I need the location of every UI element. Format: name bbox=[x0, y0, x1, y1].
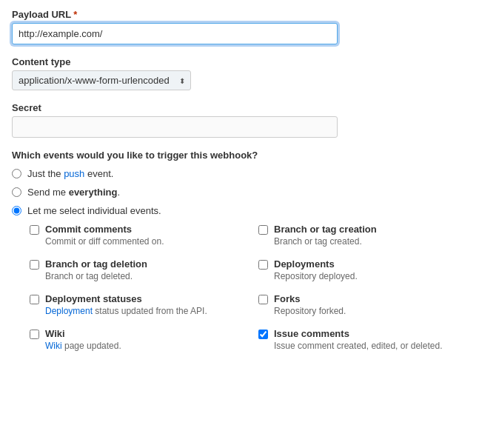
events-question: Which events would you like to trigger t… bbox=[12, 150, 487, 161]
event-deployment-statuses: Deployment statuses Deployment status up… bbox=[30, 293, 258, 316]
checkbox-branch-tag-creation[interactable] bbox=[258, 225, 268, 235]
radio-push-label: Just the push event. bbox=[27, 168, 113, 179]
radio-everything[interactable] bbox=[12, 187, 21, 197]
event-issue-comments: Issue comments Issue comment created, ed… bbox=[258, 328, 487, 351]
event-wiki-title: Wiki bbox=[45, 328, 121, 339]
radio-push[interactable] bbox=[12, 169, 21, 178]
radio-individual-label: Let me select individual events. bbox=[27, 205, 161, 216]
payload-url-section: Payload URL * bbox=[12, 9, 487, 44]
event-branch-tag-creation-title: Branch or tag creation bbox=[274, 224, 377, 235]
radio-individual[interactable] bbox=[12, 206, 21, 215]
individual-events-grid: Commit comments Commit or diff commented… bbox=[30, 224, 487, 363]
event-commit-comments: Commit comments Commit or diff commented… bbox=[30, 224, 258, 247]
radio-push-option[interactable]: Just the push event. bbox=[12, 168, 487, 179]
event-deployment-statuses-title: Deployment statuses bbox=[45, 293, 207, 304]
event-wiki: Wiki Wiki page updated. bbox=[30, 328, 258, 351]
checkbox-issue-comments[interactable] bbox=[258, 330, 268, 339]
event-branch-tag-deletion-title: Branch or tag deletion bbox=[45, 258, 147, 270]
event-deployments-title: Deployments bbox=[274, 258, 358, 270]
payload-url-label-text: Payload URL bbox=[12, 9, 71, 20]
secret-section: Secret bbox=[12, 102, 487, 138]
content-type-label-text: Content type bbox=[12, 56, 70, 67]
checkbox-commit-comments[interactable] bbox=[30, 225, 39, 235]
secret-label: Secret bbox=[12, 102, 487, 113]
payload-url-input[interactable] bbox=[12, 23, 338, 44]
checkbox-deployment-statuses[interactable] bbox=[30, 295, 39, 304]
event-branch-tag-creation: Branch or tag creation Branch or tag cre… bbox=[258, 224, 487, 247]
radio-everything-option[interactable]: Send me everything. bbox=[12, 187, 487, 198]
event-branch-tag-creation-desc: Branch or tag created. bbox=[274, 236, 377, 247]
checkbox-wiki[interactable] bbox=[30, 330, 39, 339]
required-star: * bbox=[73, 9, 77, 20]
checkbox-branch-tag-deletion[interactable] bbox=[30, 260, 39, 270]
event-deployments-desc: Repository deployed. bbox=[274, 271, 358, 281]
everything-bold: everything bbox=[69, 187, 118, 198]
push-link: push bbox=[64, 168, 84, 179]
event-commit-comments-desc: Commit or diff commented on. bbox=[45, 236, 164, 247]
content-type-label: Content type bbox=[12, 56, 487, 67]
event-forks-title: Forks bbox=[274, 293, 346, 304]
payload-url-label: Payload URL * bbox=[12, 9, 487, 20]
radio-everything-label: Send me everything. bbox=[27, 187, 120, 198]
event-issue-comments-desc: Issue comment created, edited, or delete… bbox=[274, 341, 442, 351]
secret-input[interactable] bbox=[12, 116, 338, 138]
event-forks: Forks Repository forked. bbox=[258, 293, 487, 316]
event-forks-desc: Repository forked. bbox=[274, 306, 346, 316]
event-branch-tag-deletion: Branch or tag deletion Branch or tag del… bbox=[30, 258, 258, 281]
checkbox-forks[interactable] bbox=[258, 295, 268, 304]
content-type-section: Content type application/x-www-form-urle… bbox=[12, 56, 487, 90]
content-type-select-wrapper: application/x-www-form-urlencoded applic… bbox=[12, 70, 191, 90]
events-section: Which events would you like to trigger t… bbox=[12, 150, 487, 363]
event-deployment-statuses-desc: Deployment status updated from the API. bbox=[45, 306, 207, 316]
checkbox-deployments[interactable] bbox=[258, 260, 268, 270]
content-type-select[interactable]: application/x-www-form-urlencoded applic… bbox=[12, 70, 191, 90]
event-branch-tag-deletion-desc: Branch or tag deleted. bbox=[45, 271, 147, 281]
radio-individual-option[interactable]: Let me select individual events. bbox=[12, 205, 487, 216]
event-issue-comments-title: Issue comments bbox=[274, 328, 442, 339]
secret-label-text: Secret bbox=[12, 102, 41, 113]
event-commit-comments-title: Commit comments bbox=[45, 224, 164, 235]
event-deployments: Deployments Repository deployed. bbox=[258, 258, 487, 281]
event-wiki-desc: Wiki page updated. bbox=[45, 341, 121, 351]
